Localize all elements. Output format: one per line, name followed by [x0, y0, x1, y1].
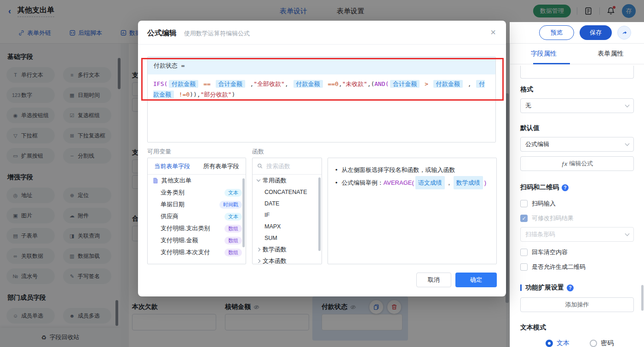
formula-token-str: "全部收款" [253, 80, 285, 87]
variables-panel: 当前表单字段 所有表单字段 其他支出单 业务类别文本单据日期时间戳供应商文本支付… [147, 158, 246, 264]
help-icon[interactable]: ? [562, 184, 569, 191]
formula-token-plain: , [464, 80, 475, 87]
text-mode-radios: 文本 密码 [520, 339, 634, 347]
active-tab-underline [533, 63, 570, 64]
default-value-label: 默认值 [520, 124, 634, 132]
document-icon [152, 177, 159, 184]
close-icon[interactable]: × [490, 27, 496, 38]
scan-section-header: 扫码和二维码 ? [520, 183, 634, 192]
formula-token-kw: AND( [374, 80, 389, 87]
toolbar-right: 预览 保存 [539, 25, 631, 40]
function-item[interactable]: DATE [253, 198, 322, 209]
bullet: • [335, 176, 338, 189]
format-select[interactable]: 无 [520, 98, 634, 113]
truncated-input[interactable] [520, 66, 634, 79]
formula-token-field: 合计金额 [216, 80, 245, 88]
chevron-down-icon [625, 231, 630, 236]
function-search[interactable]: 搜索函数 [253, 158, 322, 175]
formula-token-plain: , [285, 80, 292, 87]
separator: ， [446, 176, 452, 189]
default-value-select[interactable]: 公式编辑 [520, 137, 634, 152]
variables-tabs: 当前表单字段 所有表单字段 [148, 158, 246, 175]
variable-item[interactable]: 支付明细.支出类别数组 [148, 222, 246, 234]
formula-token-plain: ,( [367, 80, 374, 87]
formula-token-plain: )), [190, 91, 200, 98]
formula-token-field: 付款金额 [433, 80, 463, 88]
function-group-collapsed[interactable]: 数学函数 [253, 244, 322, 255]
formula-token-str: "未收款" [342, 80, 368, 87]
formula-token-num: 0 [335, 80, 339, 87]
chevron-down-icon [625, 141, 630, 146]
variables-root[interactable]: 其他支出单 [148, 175, 246, 187]
formula-edit-dialog: 公式编辑 使用数学运算符编辑公式 × 付款状态 = IFS(付款金额 == 合计… [138, 21, 506, 296]
help-icon[interactable]: ? [567, 284, 574, 291]
tab-current-form-fields[interactable]: 当前表单字段 [148, 158, 197, 174]
function-item[interactable]: IF [253, 209, 322, 221]
search-icon [257, 163, 263, 169]
formula-token-op: == [200, 80, 214, 87]
function-item[interactable]: MAPX [253, 221, 322, 232]
checkbox-icon[interactable] [520, 200, 528, 207]
variable-item[interactable]: 支付明细.金额数组 [148, 234, 246, 246]
formula-token-kw: IFS( [153, 80, 167, 87]
function-item[interactable]: SUM [253, 232, 322, 244]
radio-icon [546, 340, 553, 347]
function-group-collapsed[interactable]: 文本函数 [253, 255, 322, 264]
save-button[interactable]: 保存 [580, 25, 612, 40]
type-badge: 数组 [224, 225, 242, 233]
formula-token-field: 付款金额 [169, 80, 198, 88]
function-group-expanded[interactable]: 常用函数 [253, 175, 322, 186]
checkbox-allow-qrcode[interactable]: 是否允许生成二维码 [520, 263, 634, 271]
type-badge: 文本 [224, 213, 242, 221]
function-group-name: 文本函数 [263, 257, 287, 265]
checkbox-enter-clear[interactable]: 回车清空内容 [520, 248, 634, 256]
example-field-token: 数学成绩 [454, 176, 483, 189]
formula-token-field: 合计金额 [390, 80, 420, 88]
variables-scrollbar[interactable] [242, 178, 245, 247]
fx-icon: ƒx [561, 160, 568, 167]
variable-item[interactable]: 业务类别文本 [148, 187, 246, 199]
dialog-subtitle: 使用数学运算符编辑公式 [184, 29, 250, 38]
checkbox-icon[interactable] [520, 263, 528, 271]
confirm-button[interactable]: 确定 [455, 273, 497, 287]
tab-form-properties[interactable]: 表单属性 [577, 44, 644, 64]
chevron-right-icon [257, 259, 260, 262]
formula-editor[interactable]: 付款状态 = IFS(付款金额 == 合计金额 ,"全部收款", 付款金额 ==… [147, 57, 496, 142]
panel-scrollbar[interactable] [641, 285, 644, 311]
checkbox-editable-scan-result: ✓ 可修改扫码结果 [520, 214, 634, 222]
formula-token-field: 付款金额 [293, 80, 323, 88]
variable-name: 业务类别 [161, 188, 184, 197]
variable-item[interactable]: 单据日期时间戳 [148, 199, 246, 210]
function-item[interactable]: CONCATENATE [253, 186, 322, 198]
formula-token-op: != [175, 91, 186, 98]
cancel-button[interactable]: 取消 [416, 273, 451, 287]
tab-field-properties[interactable]: 字段属性 [510, 44, 577, 64]
share-button[interactable] [617, 26, 631, 40]
formula-token-str: "部分收款" [201, 91, 232, 98]
formula-token-plain: ) [231, 91, 235, 98]
variable-name: 单据日期 [161, 200, 184, 209]
variable-item[interactable]: 支付明细.本次支付数组 [148, 246, 246, 258]
formula-expression[interactable]: IFS(付款金额 == 合计金额 ,"全部收款", 付款金额 ==0,"未收款"… [148, 74, 495, 104]
modal-backdrop [0, 0, 644, 22]
preview-button[interactable]: 预览 [539, 25, 574, 40]
divider [138, 44, 506, 45]
type-badge: 时间戳 [219, 201, 242, 209]
add-action-button[interactable]: 添加操作 [520, 297, 634, 312]
edit-formula-button[interactable]: ƒx 编辑公式 [520, 156, 634, 171]
formula-token-plain: , [247, 80, 254, 87]
radio-password[interactable]: 密码 [590, 339, 614, 347]
checkbox-icon[interactable] [520, 249, 528, 256]
functions-scrollbar[interactable] [318, 177, 321, 251]
functions-label: 函数 [252, 148, 264, 156]
function-group-name: 常用函数 [263, 176, 287, 185]
variable-item[interactable]: 供应商文本 [148, 210, 246, 222]
type-badge: 数组 [224, 249, 242, 256]
dialog-header: 公式编辑 使用数学运算符编辑公式 [147, 28, 250, 38]
tab-all-form-fields[interactable]: 所有表单字段 [197, 158, 246, 174]
checkbox-scan-input[interactable]: 扫码输入 [520, 199, 634, 208]
variable-name: 供应商 [161, 212, 178, 221]
radio-text[interactable]: 文本 [546, 339, 569, 347]
property-panel: 字段属性 表单属性 格式 无 默认值 公式编辑 ƒx 编辑公式 扫码和二维码 ? [510, 44, 644, 347]
example-field-token: 语文成绩 [415, 176, 445, 189]
